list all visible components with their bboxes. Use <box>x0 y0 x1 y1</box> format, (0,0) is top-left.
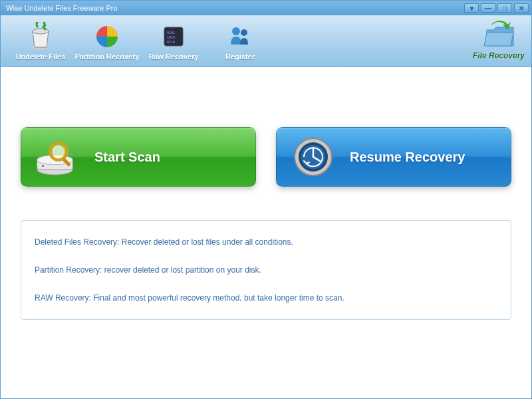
toolbar-raw-recovery[interactable]: 0101 1010 0110 Raw Recovery <box>140 21 207 61</box>
info-panel: Deleted Files Recovery: Recover deleted … <box>21 220 511 320</box>
svg-text:1010: 1010 <box>167 35 175 39</box>
toolbar-undelete-files[interactable]: Undelete Files <box>7 21 74 61</box>
window-title: Wise Undelete Files Freeware Pro <box>3 4 464 12</box>
toolbar-register[interactable]: Register <box>207 21 273 61</box>
logo: File Recovery <box>473 18 525 61</box>
titlebar: Wise Undelete Files Freeware Pro ▾ — □ ✕ <box>1 1 531 15</box>
start-scan-button[interactable]: Start Scan <box>21 127 256 187</box>
info-raw: RAW Recovery: Final and most powerful re… <box>35 293 497 303</box>
recycle-bin-icon <box>25 21 57 53</box>
disk-search-icon <box>35 134 81 180</box>
resume-recovery-button[interactable]: Resume Recovery <box>276 127 511 187</box>
binary-data-icon: 0101 1010 0110 <box>158 21 190 53</box>
pie-chart-icon <box>91 21 123 53</box>
svg-point-7 <box>241 29 247 36</box>
svg-text:0110: 0110 <box>167 40 175 44</box>
svg-point-11 <box>42 165 45 168</box>
svg-text:0101: 0101 <box>167 31 175 35</box>
clock-restore-icon <box>290 134 336 180</box>
maximize-button[interactable]: □ <box>497 3 512 13</box>
svg-point-13 <box>52 145 65 158</box>
close-button[interactable]: ✕ <box>514 3 529 13</box>
toolbar-label: Undelete Files <box>16 53 66 61</box>
toolbar-label: Partition Recovery <box>74 53 139 61</box>
svg-point-6 <box>232 27 240 35</box>
info-deleted-files: Deleted Files Recovery: Recover deleted … <box>35 237 497 247</box>
main-content: Start Scan Resume Recovery Delete <box>1 67 531 398</box>
logo-text: File Recovery <box>473 51 525 61</box>
resume-recovery-label: Resume Recovery <box>350 150 465 165</box>
minimize-button[interactable]: — <box>481 3 495 13</box>
toolbar-label: Raw Recovery <box>148 53 198 61</box>
start-scan-label: Start Scan <box>94 150 160 165</box>
window-controls: ▾ — □ ✕ <box>464 3 529 13</box>
app-window: Wise Undelete Files Freeware Pro ▾ — □ ✕… <box>0 0 532 399</box>
toolbar: Undelete Files Partition Recovery 0101 1… <box>1 15 531 67</box>
users-icon <box>224 21 256 53</box>
action-buttons: Start Scan Resume Recovery <box>21 127 511 187</box>
folder-arrow-icon <box>479 18 519 51</box>
help-button[interactable]: ▾ <box>464 3 479 13</box>
info-partition: Partition Recovery: recover deleted or l… <box>35 265 497 275</box>
toolbar-partition-recovery[interactable]: Partition Recovery <box>74 21 140 61</box>
toolbar-label: Register <box>225 53 255 61</box>
